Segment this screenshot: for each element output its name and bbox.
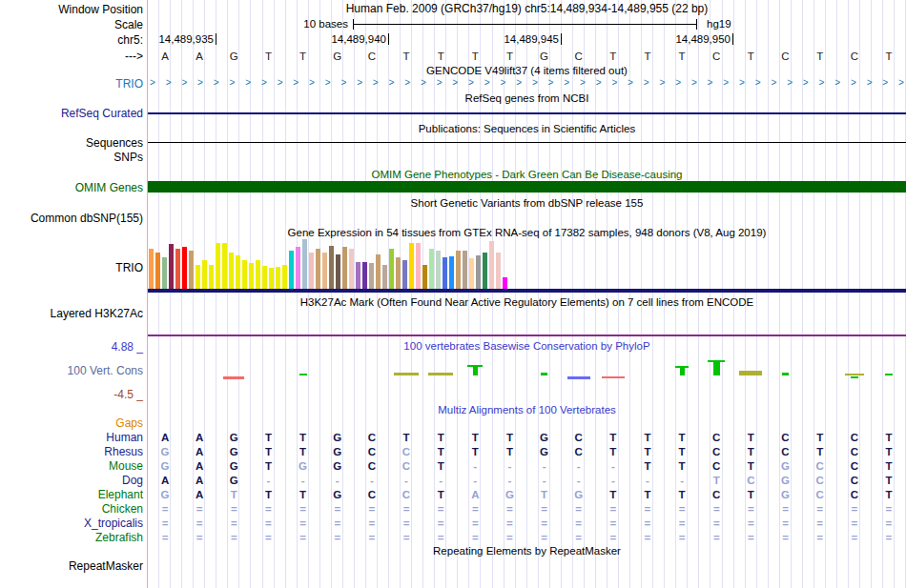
gtex-tissue-bar <box>189 251 194 289</box>
gtex-tissue-bar <box>469 258 474 289</box>
phylop-mark <box>223 376 244 379</box>
alignment-base: T <box>423 431 458 444</box>
alignment-base: = <box>251 517 285 530</box>
publications-sequences-label[interactable]: Sequences <box>0 136 143 150</box>
alignment-base: = <box>768 502 802 516</box>
alignment-base: G <box>320 431 355 444</box>
gencode-gene-label-trio[interactable]: TRIO <box>0 77 143 91</box>
strand-arrow-glyph: > <box>580 77 586 89</box>
alignment-base: = <box>665 531 699 544</box>
alignment-base: A <box>182 445 216 458</box>
alignment-base: A <box>182 431 216 444</box>
gtex-tissue-bar <box>269 268 274 289</box>
base-letter: T <box>872 50 906 63</box>
alignment-species-label[interactable]: Chicken <box>0 502 143 516</box>
gtex-gene-label-trio[interactable]: TRIO <box>0 261 143 274</box>
alignment-base: T <box>492 431 526 444</box>
strand-arrow-glyph: > <box>675 77 681 89</box>
alignment-base: T <box>389 431 423 444</box>
gtex-tissue-bar <box>236 255 240 289</box>
alignment-base: = <box>665 502 699 516</box>
strand-arrow-glyph: > <box>739 77 745 89</box>
gtex-tissue-bar <box>449 256 454 289</box>
omim-genes-label[interactable]: OMIM Genes <box>0 181 143 194</box>
alignment-base: T <box>251 488 285 501</box>
alignment-base: C <box>355 488 389 501</box>
alignment-base: G <box>320 459 355 473</box>
strand-arrow-glyph: > <box>851 77 856 89</box>
alignment-species-label[interactable]: Human <box>0 431 143 444</box>
strand-arrow-glyph: > <box>644 77 649 89</box>
snps-track-label[interactable]: SNPs <box>0 151 143 164</box>
alignment-base: G <box>768 474 802 487</box>
alignment-base: T <box>458 431 492 444</box>
gtex-tissue-bar <box>489 241 494 289</box>
alignment-base: = <box>492 502 526 516</box>
publications-item-line[interactable] <box>148 142 906 143</box>
alignment-base: = <box>803 517 837 530</box>
base-letter: T <box>733 50 768 63</box>
strand-arrow-glyph: > <box>373 77 379 89</box>
alignment-base: T <box>596 445 630 458</box>
alignment-base: G <box>320 488 355 501</box>
gtex-tissue-bar <box>155 253 160 289</box>
alignment-base: = <box>182 502 216 516</box>
alignment-species-label[interactable]: X_tropicalis <box>0 517 143 530</box>
alignment-base: - <box>630 474 665 487</box>
alignment-species-label[interactable]: Elephant <box>0 488 143 501</box>
alignment-base: = <box>872 531 906 544</box>
gtex-tissue-bar <box>276 267 280 289</box>
alignment-base: G <box>527 445 562 458</box>
window-position-label: Window Position <box>0 3 143 16</box>
base-letter: C <box>355 50 389 63</box>
repeatmasker-label[interactable]: RepeatMasker <box>0 559 143 573</box>
alignment-species-label[interactable]: Gaps <box>0 416 143 430</box>
alignment-species-label[interactable]: Mouse <box>0 459 143 473</box>
alignment-base: = <box>527 531 562 544</box>
phylop-mark <box>680 368 685 375</box>
alignment-species-label[interactable]: Dog <box>0 474 143 487</box>
alignment-species-label[interactable]: Rhesus <box>0 445 143 458</box>
scale-bar <box>353 24 697 25</box>
alignment-base: - <box>665 474 699 487</box>
gtex-tissue-bar <box>229 253 234 289</box>
alignment-base: C <box>803 474 837 487</box>
alignment-base: C <box>768 445 802 458</box>
alignment-base: = <box>423 517 458 530</box>
refseq-track-header: RefSeq genes from NCBI <box>148 92 906 105</box>
genome-browser-image[interactable]: Window Position Human Feb. 2009 (GRCh37/… <box>0 0 906 588</box>
alignment-base: G <box>768 488 802 501</box>
alignment-base: G <box>216 459 251 473</box>
alignment-base: = <box>286 531 320 544</box>
alignment-base: - <box>389 474 423 487</box>
h3k27ac-track-header: H3K27Ac Mark (Often Found Near Active Re… <box>148 296 906 309</box>
alignment-base: = <box>803 531 837 544</box>
gtex-tissue-bar <box>169 244 174 289</box>
alignment-base: T <box>665 459 699 473</box>
alignment-base: T <box>630 445 665 458</box>
layered-h3k27ac-label[interactable]: Layered H3K27Ac <box>0 307 143 320</box>
alignment-species-label[interactable]: Zebrafish <box>0 531 143 544</box>
strand-arrow-glyph: > <box>437 77 443 89</box>
repeatmasker-track-header: Repeating Elements by RepeatMasker <box>148 545 906 558</box>
phylop-mark-cap <box>675 366 689 368</box>
common-dbsnp-label[interactable]: Common dbSNP(155) <box>0 212 143 225</box>
omim-track-header: OMIM Gene Phenotypes - Dark Green Can Be… <box>148 169 906 181</box>
strand-arrow-glyph: > <box>882 77 888 89</box>
strand-arrow-glyph: > <box>261 77 267 89</box>
strand-arrow-glyph: > <box>340 77 346 89</box>
refseq-curated-label[interactable]: RefSeq Curated <box>0 107 143 120</box>
omim-gene-bar[interactable] <box>148 181 906 193</box>
base-letter: G <box>320 50 355 63</box>
gencode-gene-strand-arrows[interactable]: >>>>>>>>>>>>>>>>>>>>>>>>>>>>>>>>>>>>>>>>… <box>150 77 904 89</box>
alignment-base: T <box>423 445 458 458</box>
strand-arrow-glyph: > <box>389 77 395 89</box>
alignment-base: A <box>182 488 216 501</box>
refseq-gene-line[interactable] <box>148 112 906 114</box>
gtex-tissue-bar <box>336 254 340 289</box>
phylop-mark <box>782 373 789 375</box>
phylop-track-label[interactable]: 100 Vert. Cons <box>0 364 143 377</box>
alignment-base: G <box>562 488 596 501</box>
phylop-track-header: 100 vertebrates Basewise Conservation by… <box>148 340 906 353</box>
ruler-position-label: 14,489,945 <box>504 33 562 45</box>
